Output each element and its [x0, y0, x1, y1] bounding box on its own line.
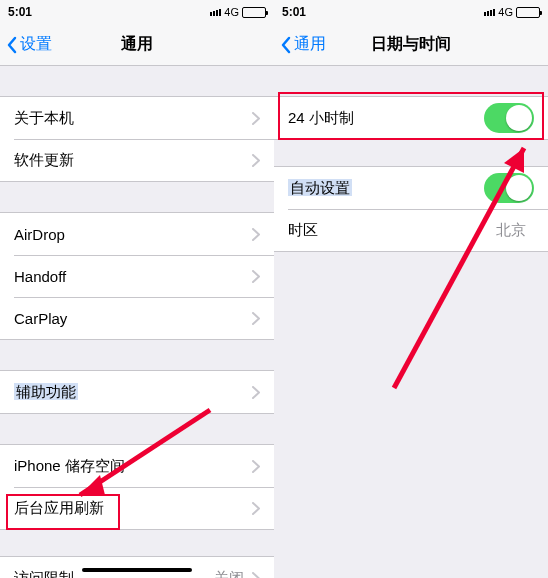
- row-label: 软件更新: [14, 151, 252, 170]
- chevron-left-icon: [6, 36, 17, 54]
- toggle-24hour[interactable]: [484, 103, 534, 133]
- row-24hour: 24 小时制: [274, 97, 548, 139]
- signal-icon: [210, 9, 221, 16]
- back-label: 通用: [294, 34, 326, 55]
- row-label: iPhone 储存空间: [14, 457, 252, 476]
- chevron-right-icon: [252, 312, 260, 325]
- row-timezone[interactable]: 时区 北京: [274, 209, 548, 251]
- chevron-right-icon: [252, 112, 260, 125]
- chevron-right-icon: [252, 228, 260, 241]
- row-carplay[interactable]: CarPlay: [0, 297, 274, 339]
- row-about[interactable]: 关于本机: [0, 97, 274, 139]
- back-button[interactable]: 设置: [6, 34, 52, 55]
- row-storage[interactable]: iPhone 储存空间: [0, 445, 274, 487]
- chevron-right-icon: [252, 154, 260, 167]
- chevron-right-icon: [252, 386, 260, 399]
- back-label: 设置: [20, 34, 52, 55]
- status-network: 4G: [224, 6, 239, 18]
- toggle-auto-set[interactable]: [484, 173, 534, 203]
- row-handoff[interactable]: Handoff: [0, 255, 274, 297]
- battery-icon: [242, 7, 266, 18]
- row-label: 关于本机: [14, 109, 252, 128]
- row-value: 北京: [496, 221, 526, 240]
- row-label: 辅助功能: [14, 383, 252, 402]
- row-label: AirDrop: [14, 226, 252, 243]
- row-label: 自动设置: [288, 179, 484, 198]
- empty-area: [274, 252, 548, 572]
- phone-right-date-time-settings: 5:01 4G 通用 日期与时间 24 小时制 自动设置: [274, 0, 548, 578]
- row-label: 24 小时制: [288, 109, 484, 128]
- row-auto-set: 自动设置: [274, 167, 548, 209]
- battery-icon: [516, 7, 540, 18]
- signal-icon: [484, 9, 495, 16]
- chevron-right-icon: [252, 572, 260, 579]
- status-network: 4G: [498, 6, 513, 18]
- row-label: 后台应用刷新: [14, 499, 252, 518]
- chevron-right-icon: [252, 270, 260, 283]
- back-button[interactable]: 通用: [280, 34, 326, 55]
- nav-bar: 通用 日期与时间: [274, 24, 548, 66]
- row-airdrop[interactable]: AirDrop: [0, 213, 274, 255]
- status-bar: 5:01 4G: [0, 0, 274, 24]
- chevron-right-icon: [252, 460, 260, 473]
- row-label: CarPlay: [14, 310, 252, 327]
- chevron-right-icon: [252, 502, 260, 515]
- row-software-update[interactable]: 软件更新: [0, 139, 274, 181]
- row-accessibility[interactable]: 辅助功能: [0, 371, 274, 413]
- row-label: 时区: [288, 221, 496, 240]
- nav-bar: 设置 通用: [0, 24, 274, 66]
- status-time: 5:01: [282, 5, 306, 19]
- row-label: Handoff: [14, 268, 252, 285]
- chevron-left-icon: [280, 36, 291, 54]
- row-value: 关闭: [214, 569, 244, 579]
- phone-left-general-settings: 5:01 4G 设置 通用 关于本机 软件更新: [0, 0, 274, 578]
- status-bar: 5:01 4G: [274, 0, 548, 24]
- status-time: 5:01: [8, 5, 32, 19]
- home-indicator: [82, 568, 192, 572]
- row-background-refresh[interactable]: 后台应用刷新: [0, 487, 274, 529]
